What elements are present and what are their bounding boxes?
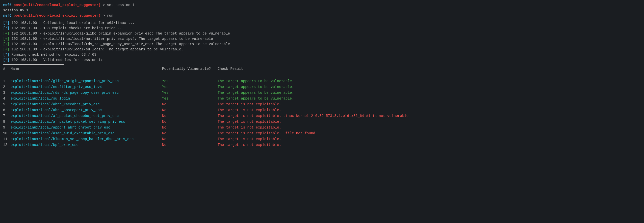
prompt-line-1: msf6 post(multi/recon/local_exploit_sugg… (3, 3, 641, 8)
space-2 (12, 13, 14, 18)
row-vuln-5: No (162, 102, 218, 107)
output-line-0: [*] 192.168.1.90 - Collecting local expl… (3, 20, 641, 26)
bracket-1: [*] (3, 26, 9, 31)
cmd-2: run (107, 13, 113, 18)
output-text-6: Running check method for exploit 63 / 63 (9, 52, 96, 57)
row-name-6: exploit/linux/local/abrt_sosreport_priv_… (11, 108, 162, 113)
output-text-2: 192.168.1.90 - exploit/linux/local/glibc… (9, 31, 232, 36)
row-result-11: The target is not exploitable. (218, 137, 281, 142)
bracket-5: [+] (3, 47, 9, 52)
row-vuln-12: No (162, 142, 218, 148)
row-name-7: exploit/linux/local/af_packet_chocobo_ro… (11, 113, 162, 119)
output-section: [*] 192.168.1.90 - Collecting local expl… (3, 20, 641, 63)
row-result-3: The target appears to be vulnerable. (218, 90, 294, 95)
row-result-9: The target is not exploitable. (218, 125, 281, 130)
table-row: 2 exploit/linux/local/netfilter_priv_esc… (3, 84, 641, 90)
row-num-6: 6 (3, 108, 11, 113)
table-row: 9 exploit/linux/local/apport_abrt_chroot… (3, 125, 641, 131)
row-name-5: exploit/linux/local/abrt_raceabrt_priv_e… (11, 102, 162, 107)
bracket-4: [+] (3, 42, 9, 47)
arrow-2: > (100, 13, 107, 18)
table-divider-row: - ---- -------------------- ------------ (3, 72, 641, 78)
bracket-6: [*] (3, 52, 9, 57)
col-header-name: Name (11, 66, 162, 72)
output-text-0: 192.168.1.90 - Collecting local exploits… (9, 20, 135, 26)
output-line-2: [+] 192.168.1.90 - exploit/linux/local/g… (3, 31, 641, 36)
row-result-4: The target appears to be vulnerable. (218, 96, 294, 101)
table-row: 11 exploit/linux/local/blueman_set_dhcp_… (3, 136, 641, 142)
row-result-1: The target appears to be vulnerable. (218, 79, 294, 84)
row-vuln-8: No (162, 119, 218, 124)
table-row: 4 exploit/linux/local/su_login Yes The t… (3, 96, 641, 102)
row-vuln-1: Yes (162, 79, 218, 84)
row-result-10: The target is not exploitable. file not … (218, 131, 315, 136)
section-divider (3, 64, 64, 65)
session-line: session => 1 (3, 8, 641, 13)
row-num-7: 7 (3, 113, 11, 119)
row-vuln-2: Yes (162, 84, 218, 90)
table-row: 7 exploit/linux/local/af_packet_chocobo_… (3, 113, 641, 119)
output-line-1: [*] 192.168.1.90 - 188 exploit checks ar… (3, 26, 641, 31)
output-text-4: 192.168.1.90 - exploit/linux/local/rds_r… (9, 42, 232, 47)
row-num-12: 12 (3, 142, 11, 148)
bracket-2: [+] (3, 31, 9, 36)
row-name-1: exploit/linux/local/glibc_origin_expansi… (11, 79, 162, 84)
row-name-4: exploit/linux/local/su_login (11, 96, 162, 101)
row-result-2: The target appears to be vulnerable. (218, 84, 294, 90)
terminal-window: msf6 post(multi/recon/local_exploit_sugg… (3, 3, 641, 148)
row-name-11: exploit/linux/local/blueman_set_dhcp_han… (11, 137, 162, 142)
arrow-1: > (100, 3, 107, 8)
bracket-0: [*] (3, 20, 9, 26)
output-text-3: 192.168.1.90 - exploit/linux/local/netfi… (9, 36, 215, 42)
row-result-8: The target is not exploitable. (218, 119, 281, 124)
row-num-5: 5 (3, 102, 11, 107)
table-row: 10 exploit/linux/local/asan_suid_executa… (3, 131, 641, 136)
table-row: 12 exploit/linux/local/bpf_priv_esc No T… (3, 142, 641, 148)
row-vuln-7: No (162, 113, 218, 119)
row-num-9: 9 (3, 125, 11, 130)
row-num-2: 2 (3, 84, 11, 90)
div-name: ---- (11, 73, 162, 78)
row-num-3: 3 (3, 90, 11, 95)
row-num-10: 10 (3, 131, 11, 136)
div-vuln: -------------------- (162, 73, 218, 78)
table-row: 1 exploit/linux/local/glibc_origin_expan… (3, 78, 641, 84)
row-name-9: exploit/linux/local/apport_abrt_chroot_p… (11, 125, 162, 130)
table-header-row: # Name Potentially Vulnerable? Check Res… (3, 66, 641, 72)
col-header-vuln: Potentially Vulnerable? (162, 66, 218, 72)
row-vuln-4: Yes (162, 96, 218, 101)
row-vuln-9: No (162, 125, 218, 130)
table-row: 6 exploit/linux/local/abrt_sosreport_pri… (3, 107, 641, 113)
row-name-10: exploit/linux/local/asan_suid_executable… (11, 131, 162, 136)
row-result-12: The target is not exploitable. (218, 142, 281, 148)
table-row: 8 exploit/linux/local/af_packet_packet_s… (3, 119, 641, 125)
output-line-7: [*] 192.168.1.90 - Valid modules for ses… (3, 57, 641, 63)
output-text-1: 192.168.1.90 - 188 exploit checks are be… (9, 26, 124, 31)
bracket-3: [+] (3, 36, 9, 42)
table-row: 3 exploit/linux/local/rds_rds_page_copy_… (3, 90, 641, 96)
row-name-8: exploit/linux/local/af_packet_packet_set… (11, 119, 162, 124)
output-line-5: [+] 192.168.1.90 - exploit/linux/local/s… (3, 47, 641, 52)
space-1 (12, 3, 14, 8)
table-row: 5 exploit/linux/local/abrt_raceabrt_priv… (3, 102, 641, 107)
row-vuln-11: No (162, 137, 218, 142)
div-num: - (3, 73, 11, 78)
exploit-table: # Name Potentially Vulnerable? Check Res… (3, 66, 641, 148)
col-header-num: # (3, 66, 11, 72)
col-header-result: Check Result (218, 66, 243, 72)
prompt-line-2: msf6 post(multi/recon/local_exploit_sugg… (3, 13, 641, 18)
output-line-3: [+] 192.168.1.90 - exploit/linux/local/n… (3, 36, 641, 42)
msf-label-2: msf6 (3, 13, 12, 18)
row-name-12: exploit/linux/local/bpf_priv_esc (11, 142, 162, 148)
output-line-6: [*] Running check method for exploit 63 … (3, 52, 641, 57)
output-text-5: 192.168.1.90 - exploit/linux/local/su_lo… (9, 47, 183, 52)
output-text-7: 192.168.1.90 - Valid modules for session… (9, 57, 103, 63)
row-name-2: exploit/linux/local/netfilter_priv_esc_i… (11, 84, 162, 90)
row-num-11: 11 (3, 137, 11, 142)
row-num-8: 8 (3, 119, 11, 124)
row-vuln-3: Yes (162, 90, 218, 95)
module-path-1: post(multi/recon/local_exploit_suggester… (14, 3, 100, 8)
row-result-6: The target is not exploitable. (218, 108, 281, 113)
row-result-7: The target is not exploitable. Linux ker… (218, 113, 408, 119)
row-vuln-6: No (162, 108, 218, 113)
